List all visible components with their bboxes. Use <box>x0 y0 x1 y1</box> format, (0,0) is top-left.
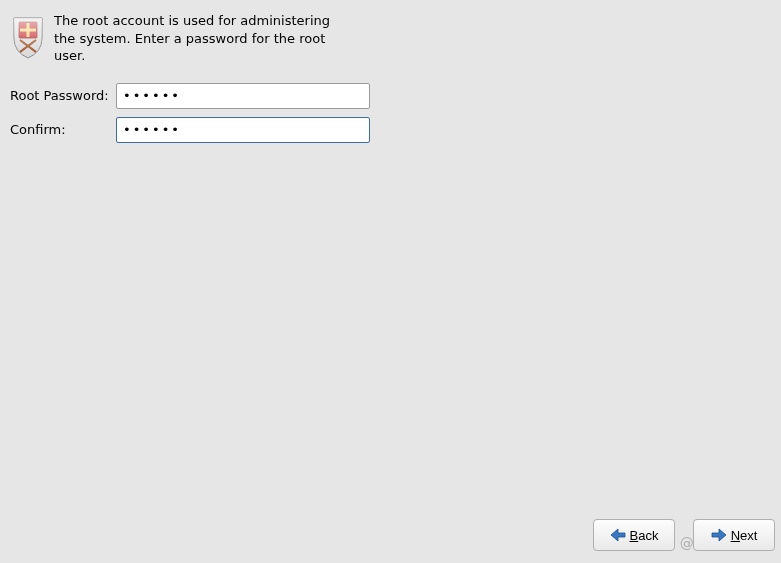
root-description: The root account is used for administeri… <box>54 12 354 65</box>
next-button-label: Next <box>731 528 758 543</box>
header-row: The root account is used for administeri… <box>10 12 771 65</box>
arrow-right-icon <box>711 528 727 542</box>
confirm-row: Confirm: <box>10 117 771 143</box>
confirm-label: Confirm: <box>10 122 116 137</box>
next-button[interactable]: Next <box>693 519 775 551</box>
root-password-label: Root Password: <box>10 88 116 103</box>
root-password-input[interactable] <box>116 83 370 109</box>
root-password-row: Root Password: <box>10 83 771 109</box>
shield-root-icon <box>10 14 46 60</box>
back-button-label: Back <box>630 528 659 543</box>
back-button[interactable]: Back <box>593 519 675 551</box>
confirm-input[interactable] <box>116 117 370 143</box>
arrow-left-icon <box>610 528 626 542</box>
button-bar: Back Next <box>593 519 775 551</box>
